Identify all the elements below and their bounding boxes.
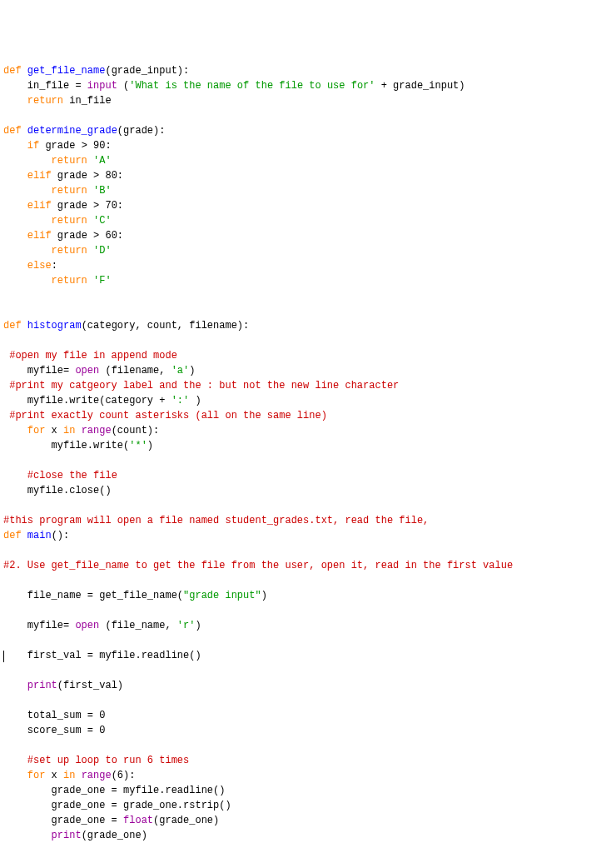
code-text: grade > 90: <box>39 140 111 152</box>
string-literal: 'D' <box>93 245 112 257</box>
code-text: myfile= <box>3 620 75 631</box>
code-text: (filename, <box>99 365 171 377</box>
keyword-return: return <box>52 215 87 227</box>
comment: #this program will open a file named stu… <box>3 515 429 526</box>
keyword-elif: elif <box>27 170 52 182</box>
builtin: open <box>75 365 99 377</box>
string-literal: 'What is the name of the file to use for… <box>129 80 375 92</box>
string-literal: 'a' <box>171 365 190 377</box>
comment: #print exactly count asterisks (all on t… <box>3 410 327 422</box>
keyword-for: for <box>27 770 46 781</box>
code-text <box>3 245 52 257</box>
keyword-return: return <box>52 155 87 167</box>
code-text: ) <box>147 440 153 451</box>
code-text: (grade_input): <box>105 65 189 77</box>
builtin: print <box>27 680 57 691</box>
code-text: file_name = get_file_name( <box>3 590 183 601</box>
code-text <box>3 230 27 242</box>
code-text: grade_one = myfile.readline() <box>3 785 225 796</box>
keyword-else: else <box>27 260 52 272</box>
code-text: : <box>52 260 57 272</box>
string-literal: 'B' <box>93 185 112 197</box>
code-editor: def get_file_name(grade_input): in_file … <box>3 63 613 853</box>
code-text: (count): <box>112 425 160 436</box>
string-literal: "grade input" <box>183 590 261 601</box>
code-text: (grade): <box>117 125 166 137</box>
function-name: histogram <box>27 320 82 332</box>
keyword-elif: elif <box>27 230 52 242</box>
keyword-elif: elif <box>27 200 52 212</box>
comment: #2. Use get_file_name to get the file fr… <box>3 560 513 571</box>
code-text <box>3 140 27 152</box>
comment: #close the file <box>27 470 117 481</box>
builtin: input <box>87 80 117 92</box>
builtin: range <box>82 425 112 436</box>
function-name: main <box>27 530 52 541</box>
code-text: myfile.write( <box>3 440 129 451</box>
string-literal: ':' <box>171 395 190 407</box>
code-text: x <box>45 425 63 436</box>
keyword-def: def <box>3 65 22 77</box>
code-text: total_sum = 0 <box>3 710 105 721</box>
code-text: grade > 70: <box>52 200 123 212</box>
code-text: (category, count, filename): <box>82 320 250 332</box>
text-cursor-icon <box>3 651 4 662</box>
comment: #open my file in append mode <box>3 350 177 362</box>
code-text: ) <box>195 620 201 631</box>
code-text <box>3 215 52 227</box>
keyword-in: in <box>63 770 75 781</box>
code-text <box>3 170 27 182</box>
keyword-return: return <box>52 185 87 197</box>
function-name: get_file_name <box>27 65 106 77</box>
code-text: grade > 80: <box>52 170 123 182</box>
code-text <box>3 425 27 436</box>
code-text: myfile.write(category + <box>3 395 171 407</box>
code-text: ) <box>261 590 267 601</box>
string-literal: 'r' <box>177 620 196 631</box>
string-literal: 'A' <box>93 155 112 167</box>
code-text: (first_val) <box>57 680 123 691</box>
code-text <box>3 755 27 766</box>
function-name: determine_grade <box>27 125 117 137</box>
code-text <box>3 95 27 107</box>
keyword-in: in <box>63 425 75 436</box>
keyword-def: def <box>3 125 22 137</box>
code-text: (grade_one) <box>153 815 219 826</box>
keyword-return: return <box>52 245 87 257</box>
builtin: float <box>123 815 153 826</box>
keyword-if: if <box>27 140 39 152</box>
keyword-return: return <box>27 95 63 107</box>
code-text: score_sum = 0 <box>3 725 105 736</box>
builtin: range <box>82 770 112 781</box>
code-text: ) <box>189 395 201 407</box>
code-text: ( <box>117 80 129 92</box>
keyword-return: return <box>52 275 87 287</box>
comment: #print my catgeory label and the : but n… <box>3 380 399 392</box>
code-text: in_file <box>63 95 112 107</box>
code-text <box>3 680 27 691</box>
keyword-def: def <box>3 530 22 541</box>
keyword-def: def <box>3 320 22 332</box>
code-text: first_val = myfile.readline() <box>3 650 201 661</box>
string-literal: 'F' <box>93 275 112 287</box>
keyword-for: for <box>27 425 46 436</box>
code-text: (6): <box>112 770 136 781</box>
code-text: (grade_one) <box>82 830 147 841</box>
code-text: + grade_input) <box>375 80 465 92</box>
code-text: myfile.close() <box>3 485 112 496</box>
code-text: ) <box>189 365 195 377</box>
code-text <box>3 770 27 781</box>
builtin: print <box>52 830 82 841</box>
builtin: open <box>75 620 99 631</box>
code-text <box>3 275 52 287</box>
code-text: myfile= <box>3 365 75 377</box>
code-text <box>3 260 27 272</box>
code-text: in_file = <box>3 80 87 92</box>
code-text <box>3 185 52 197</box>
code-text <box>3 155 52 167</box>
code-text: grade_one = grade_one.rstrip() <box>3 800 231 811</box>
code-text: x <box>45 770 63 781</box>
comment: #set up loop to run 6 times <box>27 755 189 766</box>
string-literal: '*' <box>129 440 147 451</box>
code-text <box>3 830 52 841</box>
